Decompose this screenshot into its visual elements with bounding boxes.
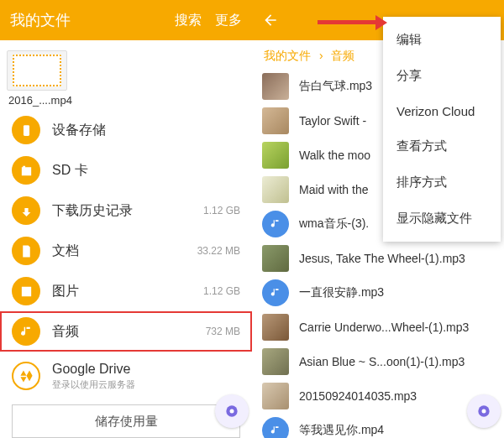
recent-thumb[interactable]: 2016_....mp4 — [0, 40, 252, 110]
file-item[interactable]: 等我遇见你.mp4 — [252, 413, 504, 438]
menu-item[interactable]: 编辑 — [383, 22, 501, 58]
music-icon — [262, 279, 289, 306]
file-item[interactable]: Asian Blue ~ S...oon(1)-(1).mp3 — [252, 344, 504, 378]
category-label: 图片 — [52, 283, 203, 300]
category-label: 音频 — [52, 323, 206, 341]
crumb-sep: › — [319, 49, 323, 62]
svg-point-2 — [230, 409, 234, 414]
thumb-caption: 2016_....mp4 — [7, 94, 72, 107]
file-name: 20150924014035.mp3 — [299, 389, 417, 403]
file-name: 告白气球.mp3 — [299, 79, 372, 94]
file-name: Asian Blue ~ S...oon(1)-(1).mp3 — [299, 355, 465, 368]
menu-item[interactable]: 显示隐藏文件 — [383, 201, 501, 237]
context-menu: 编辑分享Verizon Cloud查看方式排序方式显示隐藏文件 — [383, 17, 501, 242]
app-title: 我的文件 — [10, 10, 161, 30]
album-thumb — [262, 314, 289, 341]
thumb-image — [7, 50, 67, 91]
category-label: 下载历史记录 — [52, 202, 203, 220]
category-icon — [12, 156, 40, 185]
category-row[interactable]: 下载历史记录 1.12 GB — [0, 190, 252, 231]
file-name: 一直很安静.mp3 — [299, 285, 384, 300]
category-size: 1.12 GB — [203, 205, 240, 216]
gdrive-text: Google Drive 登录以使用云服务器 — [52, 362, 240, 391]
category-icon — [12, 237, 40, 265]
album-thumb — [262, 348, 289, 375]
album-thumb — [262, 107, 289, 134]
category-label: 设备存储 — [52, 122, 240, 139]
left-header: 我的文件 搜索 更多 — [0, 0, 252, 40]
album-thumb — [262, 245, 289, 272]
more-action[interactable]: 更多 — [215, 12, 242, 29]
menu-item[interactable]: 排序方式 — [383, 164, 501, 201]
gdrive-icon — [12, 362, 40, 390]
menu-item[interactable]: 分享 — [383, 58, 501, 94]
category-label: 文档 — [52, 242, 197, 260]
file-name: Taylor Swift - — [299, 114, 366, 128]
file-item[interactable]: Jesus, Take The Wheel-(1).mp3 — [252, 241, 504, 275]
music-icon — [262, 211, 289, 237]
album-thumb — [262, 383, 289, 409]
category-row[interactable]: 图片 1.12 GB — [0, 271, 252, 311]
storage-usage-button[interactable]: 储存使用量 — [12, 404, 240, 438]
svg-point-4 — [482, 409, 486, 414]
file-name: Maid with the — [299, 183, 368, 196]
category-row[interactable]: SD 卡 — [0, 150, 252, 190]
file-name: Jesus, Take The Wheel-(1).mp3 — [299, 252, 465, 265]
album-thumb — [262, 73, 289, 100]
svg-rect-0 — [23, 125, 29, 136]
menu-item[interactable]: Verizon Cloud — [383, 94, 501, 128]
google-drive-row[interactable]: Google Drive 登录以使用云服务器 — [0, 356, 252, 396]
category-icon — [12, 196, 40, 225]
category-icon — [12, 317, 40, 346]
file-name: Carrie Underwo...Wheel-(1).mp3 — [299, 321, 469, 334]
menu-item[interactable]: 查看方式 — [383, 128, 501, 164]
category-size: 1.12 GB — [203, 285, 240, 297]
category-row[interactable]: 文档 33.22 MB — [0, 231, 252, 271]
file-item[interactable]: Carrie Underwo...Wheel-(1).mp3 — [252, 310, 504, 344]
crumb-current: 音频 — [331, 49, 354, 62]
file-name: wma音乐-(3). — [299, 216, 369, 232]
file-item[interactable]: 一直很安静.mp3 — [252, 275, 504, 310]
fab-left[interactable] — [215, 394, 249, 428]
album-thumb — [262, 142, 289, 169]
file-manager-panel: 我的文件 搜索 更多 2016_....mp4 设备存储 SD 卡 下载历史记录… — [0, 0, 252, 438]
file-name: 等我遇见你.mp4 — [299, 423, 384, 438]
back-icon[interactable] — [262, 12, 279, 29]
search-action[interactable]: 搜索 — [175, 12, 202, 29]
category-row[interactable]: 音频 732 MB — [0, 311, 252, 352]
category-icon — [12, 277, 40, 305]
category-icon — [12, 116, 40, 144]
fab-right[interactable] — [467, 394, 501, 428]
category-size: 33.22 MB — [197, 245, 240, 257]
file-item[interactable]: 20150924014035.mp3 — [252, 378, 504, 413]
crumb-root[interactable]: 我的文件 — [264, 49, 311, 62]
music-icon — [262, 417, 289, 439]
category-size: 732 MB — [206, 326, 240, 337]
category-label: SD 卡 — [52, 162, 240, 180]
annotation-arrow — [318, 20, 376, 24]
category-list: 设备存储 SD 卡 下载历史记录 1.12 GB 文档 33.22 MB 图片 … — [0, 110, 252, 356]
file-name: Walk the moo — [299, 149, 370, 162]
category-row[interactable]: 设备存储 — [0, 110, 252, 150]
album-thumb — [262, 176, 289, 203]
